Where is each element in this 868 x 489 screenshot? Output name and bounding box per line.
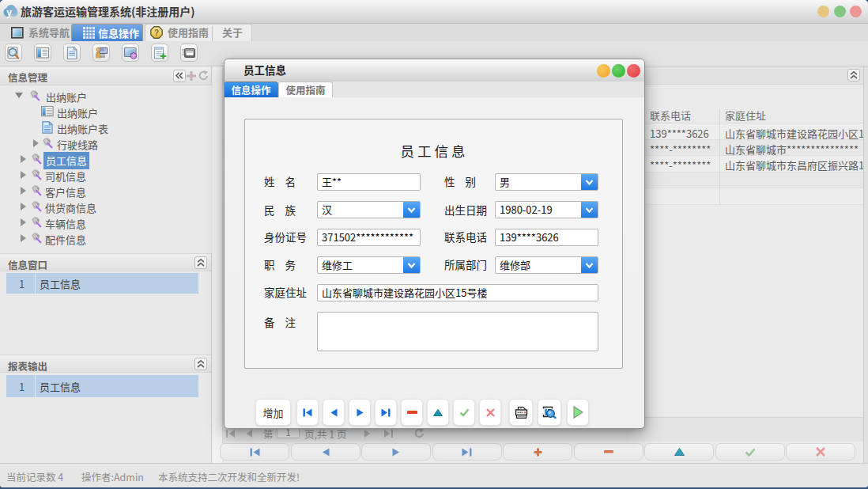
- svg-text:?: ?: [154, 28, 159, 37]
- svg-text:y: y: [6, 7, 12, 18]
